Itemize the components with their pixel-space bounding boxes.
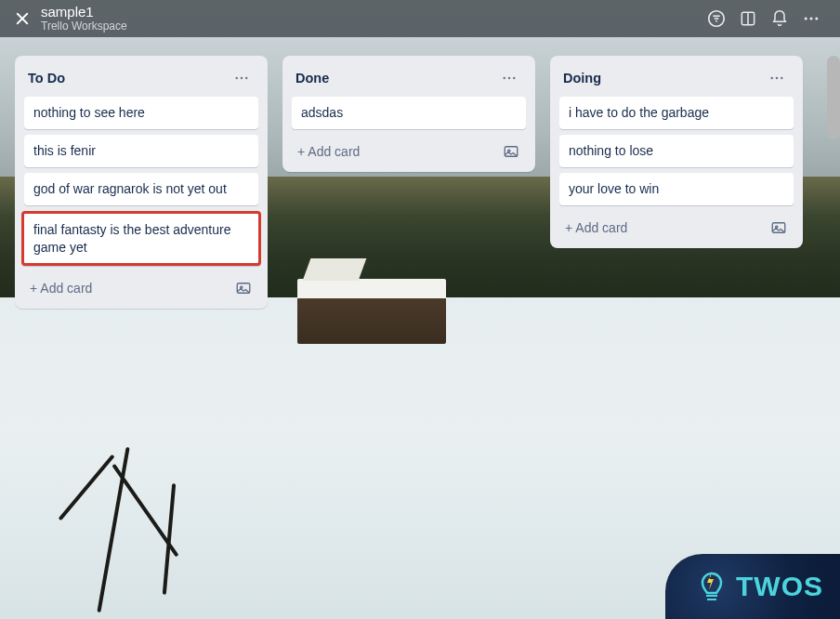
- board-canvas[interactable]: To Do nothing to see here this is fenir …: [15, 56, 825, 604]
- card-text: nothing to see here: [33, 105, 145, 120]
- card-text: god of war ragnarok is not yet out: [33, 181, 227, 196]
- svg-point-9: [810, 18, 813, 20]
- svg-point-22: [776, 77, 779, 80]
- svg-point-17: [508, 77, 511, 80]
- list-footer: + Add card: [559, 211, 794, 239]
- add-card-button[interactable]: + Add card: [563, 217, 629, 239]
- card-text: adsdas: [301, 105, 343, 120]
- svg-point-21: [770, 77, 773, 80]
- board-scrollbar[interactable]: [827, 56, 840, 139]
- board-view-icon: [739, 9, 757, 28]
- card-text: your love to win: [569, 181, 659, 196]
- board-title: sample1: [41, 5, 127, 20]
- add-card-button[interactable]: + Add card: [295, 140, 361, 163]
- board-menu-button[interactable]: [795, 3, 827, 34]
- svg-point-18: [513, 77, 516, 80]
- filters-button[interactable]: [701, 3, 732, 34]
- close-button[interactable]: [13, 9, 32, 28]
- svg-point-23: [781, 77, 783, 80]
- image-icon: [503, 143, 519, 160]
- svg-point-11: [235, 77, 238, 80]
- list-done: Done adsdas + Add card: [282, 56, 535, 172]
- more-horizontal-icon: [768, 70, 785, 86]
- card[interactable]: your love to win: [559, 173, 794, 205]
- svg-point-13: [245, 77, 248, 80]
- card[interactable]: nothing to see here: [24, 97, 258, 129]
- twos-watermark: TWOS: [665, 554, 840, 619]
- list-header: Doing: [559, 65, 794, 97]
- list-doing: Doing i have to do the garbage nothing t…: [550, 56, 803, 248]
- image-icon: [770, 219, 787, 236]
- app-screen: sample1 Trello Workspace To Do nothing: [0, 0, 840, 619]
- card-highlighted[interactable]: final fantasty is the best adventure gam…: [21, 211, 261, 267]
- list-title[interactable]: Doing: [563, 71, 601, 86]
- list-menu-button[interactable]: [764, 67, 790, 89]
- card-text: i have to do the garbage: [569, 105, 709, 120]
- list-footer: + Add card: [24, 271, 258, 299]
- card[interactable]: nothing to lose: [559, 135, 794, 167]
- filter-circle-icon: [706, 8, 727, 29]
- more-horizontal-icon: [501, 70, 518, 86]
- card-text: this is fenir: [33, 143, 96, 158]
- more-horizontal-icon: [233, 70, 250, 86]
- list-header: Done: [292, 65, 526, 97]
- card[interactable]: adsdas: [292, 97, 526, 129]
- watermark-text: TWOS: [736, 571, 823, 602]
- bell-icon: [770, 9, 789, 28]
- list-title[interactable]: Done: [295, 71, 329, 86]
- add-card-button[interactable]: + Add card: [28, 277, 94, 299]
- card-template-button[interactable]: [232, 277, 255, 299]
- list-menu-button[interactable]: [496, 67, 522, 89]
- image-icon: [235, 280, 252, 296]
- list-menu-button[interactable]: [229, 67, 255, 89]
- svg-point-16: [503, 77, 505, 80]
- views-button[interactable]: [732, 3, 764, 34]
- card[interactable]: i have to do the garbage: [559, 97, 794, 129]
- close-icon: [14, 10, 31, 27]
- card-text: final fantasty is the best adventure gam…: [33, 222, 230, 255]
- svg-point-12: [241, 77, 243, 80]
- list-title[interactable]: To Do: [28, 71, 65, 86]
- card-template-button[interactable]: [768, 217, 790, 239]
- list-footer: + Add card: [292, 135, 526, 163]
- card-text: nothing to lose: [569, 143, 653, 158]
- card[interactable]: god of war ragnarok is not yet out: [24, 173, 258, 205]
- card[interactable]: this is fenir: [24, 135, 258, 167]
- top-bar: sample1 Trello Workspace: [0, 0, 840, 37]
- board-title-block[interactable]: sample1 Trello Workspace: [41, 5, 127, 33]
- notifications-button[interactable]: [764, 3, 795, 34]
- list-to-do: To Do nothing to see here this is fenir …: [15, 56, 268, 309]
- card-template-button[interactable]: [500, 140, 522, 163]
- workspace-name: Trello Workspace: [41, 20, 127, 33]
- list-header: To Do: [24, 65, 258, 97]
- more-horizontal-icon: [802, 9, 820, 28]
- svg-point-8: [805, 18, 807, 20]
- lightbulb-icon: [693, 568, 730, 605]
- svg-point-10: [815, 18, 818, 20]
